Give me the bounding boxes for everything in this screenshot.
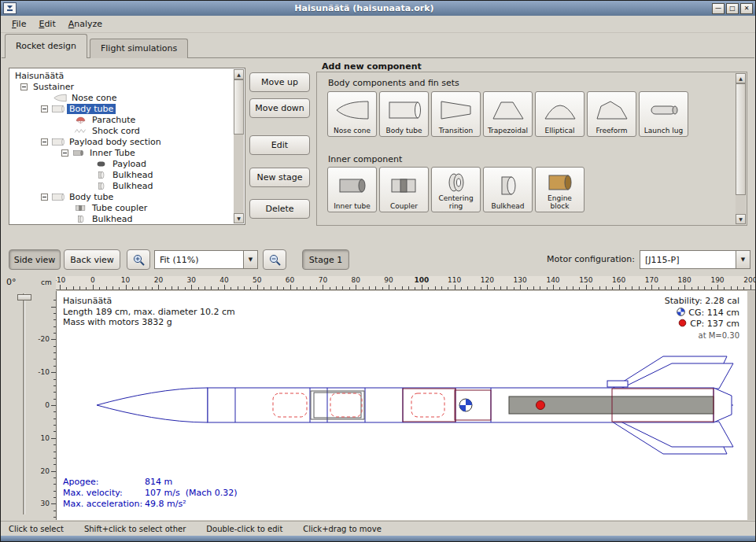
stage-1-button[interactable]: Stage 1	[302, 249, 349, 270]
ruler-label: 140	[546, 276, 559, 284]
boat-tail[interactable]	[714, 388, 732, 422]
tree-scrollbar-thumb[interactable]	[234, 79, 244, 135]
menu-file[interactable]: File	[6, 17, 32, 31]
add-engine-block-button[interactable]: Engine block	[535, 167, 585, 212]
tree-item-label: Body tube	[67, 192, 116, 202]
tree-item-haisun-t[interactable]: Haisunäätä	[9, 70, 234, 81]
edit-button[interactable]: Edit	[249, 135, 310, 155]
tree-item-sustainer[interactable]: Sustainer	[9, 81, 234, 92]
rocket-mass: Mass with motors 3832 g	[63, 317, 235, 328]
tab-rocket-design[interactable]: Rocket design	[5, 34, 87, 58]
scroll-down-icon[interactable]	[736, 214, 746, 224]
add-centering-ring-button[interactable]: Centering ring	[431, 167, 481, 212]
performance-row: Max. velocity:107 m/s (Mach 0.32)	[63, 488, 237, 499]
scroll-up-icon[interactable]	[234, 69, 244, 79]
add-freeform-button[interactable]: Freeform	[587, 91, 636, 137]
flight-performance: Apogee:814 mMax. velocity:107 m/s (Mach …	[63, 477, 237, 510]
status-bar: Click to selectShift+click to select oth…	[1, 521, 755, 536]
palette-item-label: Inner tube	[334, 203, 371, 211]
tree-scrollbar[interactable]	[234, 69, 244, 223]
tree-item-body-tube[interactable]: Body tube	[9, 103, 234, 114]
scroll-down-icon[interactable]	[234, 213, 244, 223]
menu-analyze[interactable]: Analyze	[62, 17, 109, 31]
menu-edit[interactable]: Edit	[32, 17, 61, 31]
tree-item-nose-cone[interactable]: Nose cone	[9, 92, 234, 103]
motor-configuration-select[interactable]: [J115-P]	[640, 250, 750, 269]
tree-item-payload-body-section[interactable]: Payload body section	[9, 136, 234, 147]
add-launch-lug-button[interactable]: Launch lug	[639, 91, 688, 137]
add-transition-button[interactable]: Transition	[431, 91, 481, 137]
add-inner-tube-button[interactable]: Inner tube	[327, 167, 377, 212]
tree-item-label: Sustainer	[31, 82, 76, 92]
ruler-label: 130	[514, 276, 527, 284]
add-body-tube-button[interactable]: Body tube	[379, 91, 429, 137]
move-down-button[interactable]: Move down	[249, 98, 310, 118]
tree-item-bulkhead[interactable]: Bulkhead	[9, 180, 234, 191]
add-trapezoidal-button[interactable]: Trapezoidal	[483, 91, 533, 137]
tree-item-tube-coupler[interactable]: Tube coupler	[9, 202, 234, 213]
back-view-button[interactable]: Back view	[64, 249, 120, 270]
rotation-slider[interactable]	[23, 293, 25, 514]
tree-item-body-tube[interactable]: Body tube	[9, 191, 234, 202]
maximize-button[interactable]: □	[726, 3, 739, 14]
zoom-out-button[interactable]	[263, 249, 286, 270]
tree-item-bulkhead[interactable]: Bulkhead	[9, 169, 234, 180]
close-button[interactable]: ✕	[740, 3, 753, 14]
innertube-icon	[334, 175, 371, 196]
side-view-button[interactable]: Side view	[9, 249, 61, 270]
window-menu-icon	[6, 5, 13, 12]
launch-lug-shape[interactable]	[607, 381, 628, 387]
zoom-in-button[interactable]	[127, 249, 150, 270]
canvas-right-gutter	[747, 291, 755, 520]
window-icon[interactable]	[3, 2, 17, 14]
tree-item-label: Payload body section	[67, 137, 164, 147]
add-elliptical-button[interactable]: Elliptical	[535, 91, 585, 137]
add-bulkhead-button[interactable]: Bulkhead	[483, 167, 533, 212]
title-bar[interactable]: Haisunäätä (haisunaata.ork) — □ ✕	[1, 1, 755, 16]
add-coupler-button[interactable]: Coupler	[379, 167, 429, 212]
add-nose-cone-button[interactable]: Nose cone	[327, 91, 377, 137]
performance-label: Apogee:	[63, 477, 145, 488]
tree-item-shock-cord[interactable]: Shock cord	[9, 125, 234, 136]
tab-bar: Rocket designFlight simulations	[5, 33, 190, 58]
zoom-select[interactable]: Fit (11%)	[154, 250, 258, 269]
rotation-slider-handle[interactable]	[17, 294, 31, 300]
new-stage-button[interactable]: New stage	[249, 168, 310, 187]
tree-item-bulkhead[interactable]: Bulkhead	[9, 213, 234, 224]
chevron-down-icon[interactable]	[736, 251, 750, 268]
nose-cone-shape[interactable]	[97, 388, 208, 422]
transition-icon	[438, 100, 474, 120]
palette-item-label: Coupler	[390, 203, 418, 211]
trapezoidal-fin-icon	[490, 100, 526, 120]
palette-scrollbar-thumb[interactable]	[736, 83, 746, 195]
scroll-up-icon[interactable]	[736, 73, 746, 83]
parachute-icon	[74, 116, 87, 124]
tree-item-payload[interactable]: Payload	[9, 158, 234, 169]
expander-icon[interactable]	[20, 83, 28, 90]
tree-item-inner-tube[interactable]: Inner Tube	[9, 147, 234, 158]
move-up-button[interactable]: Move up	[249, 72, 310, 92]
ruler-label: 30	[186, 276, 195, 284]
expander-icon[interactable]	[41, 138, 48, 146]
minimize-button[interactable]: —	[712, 3, 725, 14]
rocket-canvas[interactable]: Haisunäätä Length 189 cm, max. diameter …	[56, 291, 747, 520]
zoom-select-value: Fit (11%)	[155, 255, 243, 265]
zoom-out-icon	[268, 253, 282, 267]
coupler-icon	[386, 175, 422, 196]
rocket-info: Haisunäätä Length 189 cm, max. diameter …	[63, 296, 235, 328]
expander-icon[interactable]	[61, 149, 68, 157]
component-tree: HaisunäätäSustainerNose coneBody tubePar…	[9, 70, 234, 224]
palette-scrollbar[interactable]	[736, 73, 746, 224]
expander-icon[interactable]	[41, 194, 48, 201]
tree-item-parachute[interactable]: Parachute	[9, 114, 234, 125]
cg-value: CG: 114 cm	[688, 308, 739, 318]
expander-icon[interactable]	[41, 105, 48, 112]
ruler-label: 150	[579, 276, 592, 284]
palette-item-label: Launch lug	[644, 127, 683, 135]
chevron-down-icon[interactable]	[243, 251, 257, 268]
palette-item-label: Body tube	[385, 127, 422, 135]
bulkhead-icon	[94, 182, 108, 190]
delete-button[interactable]: Delete	[249, 199, 310, 219]
ruler-label: 120	[481, 276, 494, 284]
tab-flight-simulations[interactable]: Flight simulations	[90, 39, 188, 58]
